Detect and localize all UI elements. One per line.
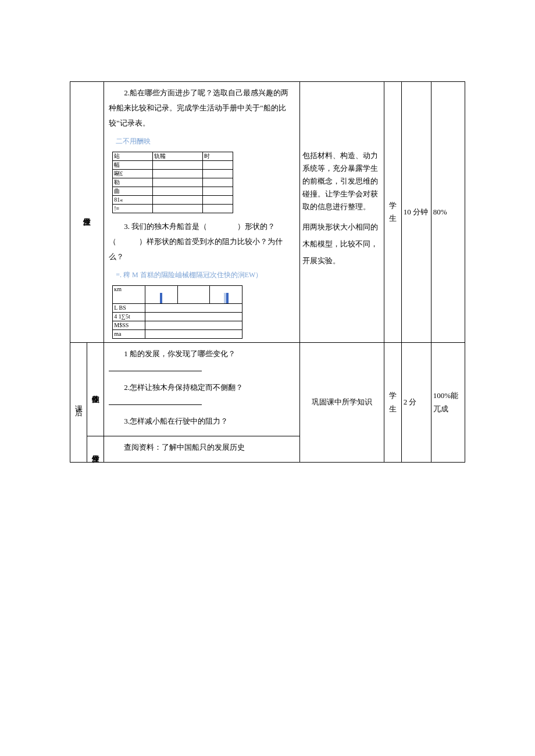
r2-dev-text: 查阅资料：了解中国船只的发展历史 <box>109 440 294 455</box>
r2-q2: 2.怎样让独木舟保持稳定而不侧翻？ <box>109 380 294 410</box>
r1-inner-table-2: кm L BS 4 1∑5t M$SS ma <box>112 285 242 339</box>
r1-who: 学生 <box>384 82 401 343</box>
r2-pct: 100%能兀成 <box>431 343 465 463</box>
inner1-c9: !≡ <box>113 205 153 213</box>
inner1-c2: 轨鞴 <box>153 152 203 161</box>
inner2-bar-1 <box>145 286 177 304</box>
r1-pct: 80% <box>431 82 465 343</box>
inner1-c6: 勒 <box>113 178 153 187</box>
r2-basic-content: 1 船的发展，你发现了哪些变化？ 2.怎样让独木舟保持稳定而不侧翻？ 3.怎样减… <box>104 343 299 436</box>
stage-after-class: 课后 <box>70 343 87 463</box>
inner1-c1: 站 <box>113 152 153 161</box>
inner1-c4: 幅 <box>113 161 153 170</box>
inner1-c5: 唰£ <box>113 170 153 178</box>
inner2-c4: M$SS <box>113 321 145 330</box>
r1-faint-label-1: 二不用酬映 <box>109 134 294 148</box>
r1-feedback-p1: 包括材料、构造、动力系统等，充分暴露学生的前概念，引发思维的碰撞。让学生学会对获… <box>302 149 382 213</box>
inner2-bar-2 <box>210 286 242 304</box>
r1-q3: 3. 我们的独木舟船首是（ ）形状的？（ ）样形状的船首受到水的阻力比较小？为什… <box>109 219 294 264</box>
lesson-plan-table: 发展性作业 2.船在哪些方面进步了呢？选取自己最感兴趣的两种船来比较和记录。完成… <box>70 81 465 463</box>
r1-time: 10 分钟 <box>401 82 431 343</box>
r2-time: 2 分 <box>401 343 431 463</box>
r1-faint-label-2: =. 稗 M 首糕的隰险岫械棚隔冠次住快的涧EW） <box>109 268 294 282</box>
r1-feedback: 包括材料、构造、动力系统等，充分暴露学生的前概念，引发思维的碰撞。让学生学会对获… <box>299 82 384 343</box>
r2-who: 学生 <box>384 343 401 463</box>
inner1-c8: 81« <box>113 196 153 205</box>
r1-q2: 2.船在哪些方面进步了呢？选取自己最感兴趣的两种船来比较和记录。完成学生活动手册… <box>109 85 294 131</box>
r1-feedback-p2: 用两块形状大小相同的木船模型，比较不同，开展实验。 <box>302 219 382 269</box>
r2-dev-content: 查阅资料：了解中国船只的发展历史 <box>104 436 299 463</box>
r2-q1: 1 船的发展，你发现了哪些变化？ <box>109 346 294 377</box>
inner2-c2: L BS <box>113 304 145 313</box>
inner2-c3: 4 1∑5t <box>113 313 145 321</box>
r2-q3: 3.怎样减小船在行驶中的阻力？ <box>109 414 294 429</box>
inner1-c3: 时 <box>203 152 233 161</box>
r1-inner-table-1: 站 轨鞴 时 幅 唰£ 勒 曲 81« !≡ <box>112 152 233 213</box>
category-basic: 基础性作业 <box>87 343 104 436</box>
inner1-c7: 曲 <box>113 187 153 196</box>
category-dev-2: 发展性作业 <box>87 436 104 463</box>
inner2-bar-empty <box>177 286 210 304</box>
inner2-c5: ma <box>113 330 145 339</box>
category-dev-1: 发展性作业 <box>70 82 104 343</box>
inner2-c1: кm <box>113 286 145 304</box>
r2-feedback: 巩固课中所学知识 <box>299 343 384 463</box>
r1-content: 2.船在哪些方面进步了呢？选取自己最感兴趣的两种船来比较和记录。完成学生活动手册… <box>104 82 299 343</box>
